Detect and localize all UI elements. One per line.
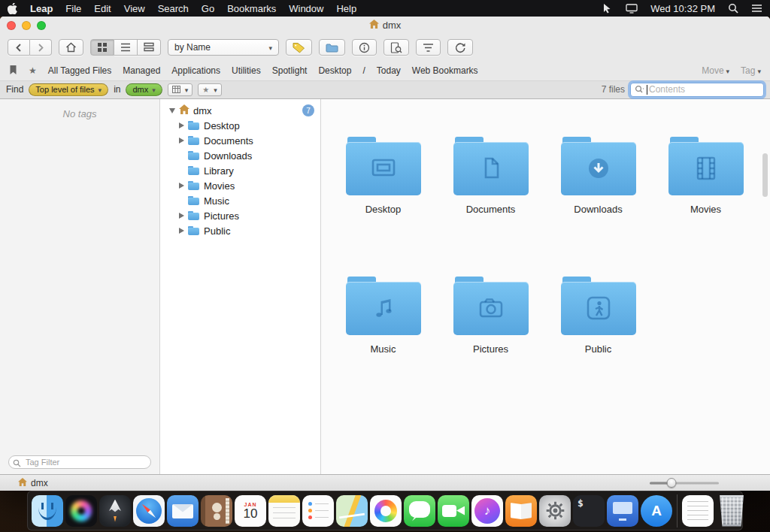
bookmark-root[interactable]: / bbox=[362, 65, 365, 76]
folder-item-documents[interactable]: Documents bbox=[437, 126, 544, 266]
folder-item-downloads[interactable]: Downloads bbox=[544, 126, 652, 266]
info-button[interactable] bbox=[352, 39, 377, 56]
menu-bar-clock[interactable]: Wed 10:32 PM bbox=[650, 3, 715, 14]
filter-button[interactable] bbox=[416, 39, 441, 56]
dock-itunes-icon[interactable]: ♪ bbox=[471, 495, 503, 527]
detail-view-button[interactable] bbox=[138, 39, 161, 56]
dock-messages-icon[interactable] bbox=[404, 495, 435, 527]
slider-knob[interactable] bbox=[667, 478, 677, 488]
move-menu[interactable]: Move bbox=[702, 65, 729, 76]
columns-options-button[interactable] bbox=[168, 83, 193, 96]
tree-item-downloads[interactable]: Downloads bbox=[160, 148, 320, 163]
menu-window[interactable]: Window bbox=[289, 3, 323, 14]
rating-filter-button[interactable] bbox=[198, 83, 222, 96]
dock-maps-icon[interactable] bbox=[336, 495, 368, 527]
bookmark-today[interactable]: Today bbox=[377, 65, 401, 76]
menu-go[interactable]: Go bbox=[202, 3, 214, 14]
menu-edit[interactable]: Edit bbox=[94, 3, 111, 14]
tag-menu[interactable]: Tag bbox=[741, 65, 761, 76]
content-search-input[interactable] bbox=[630, 83, 764, 97]
display-status-icon[interactable] bbox=[626, 3, 638, 14]
scrollbar-thumb[interactable] bbox=[762, 153, 768, 197]
disclosure-closed-icon[interactable] bbox=[179, 213, 184, 219]
dock-launchpad-icon[interactable] bbox=[99, 495, 131, 527]
bookmark-all-tagged-files[interactable]: All Tagged Files bbox=[48, 65, 112, 76]
bookmark-desktop[interactable]: Desktop bbox=[318, 65, 351, 76]
disclosure-closed-icon[interactable] bbox=[179, 122, 184, 128]
dock-terminal-icon[interactable]: $ bbox=[573, 495, 605, 527]
back-button[interactable] bbox=[8, 39, 30, 56]
tag-button[interactable] bbox=[286, 39, 312, 56]
folder-item-desktop[interactable]: Desktop bbox=[329, 126, 437, 266]
dock-contacts-icon[interactable] bbox=[201, 495, 232, 527]
app-menu-leap[interactable]: Leap bbox=[30, 3, 53, 14]
location-pill[interactable]: dmx bbox=[126, 83, 162, 96]
bookmark-applications[interactable]: Applications bbox=[171, 65, 220, 76]
disclosure-open-icon[interactable] bbox=[169, 108, 175, 113]
tree-item-public[interactable]: Public bbox=[160, 223, 320, 238]
dock-screen-sharing-icon[interactable] bbox=[607, 495, 638, 527]
sort-by-dropdown[interactable]: by Name bbox=[168, 39, 279, 56]
close-button[interactable] bbox=[7, 21, 16, 30]
bookmark-ribbon-icon[interactable] bbox=[9, 65, 17, 77]
dock-calendar-icon[interactable]: JAN 10 bbox=[235, 495, 266, 527]
tree-item-pictures[interactable]: Pictures bbox=[160, 208, 320, 223]
bookmark-utilities[interactable]: Utilities bbox=[232, 65, 261, 76]
tree-root-row[interactable]: dmx 7 bbox=[160, 103, 320, 118]
bookmark-spotlight[interactable]: Spotlight bbox=[272, 65, 308, 76]
apple-menu-icon[interactable] bbox=[8, 3, 17, 14]
menu-file[interactable]: File bbox=[65, 3, 81, 14]
list-view-button[interactable] bbox=[114, 39, 138, 56]
dock-mail-icon[interactable] bbox=[167, 495, 199, 527]
minimize-button[interactable] bbox=[22, 21, 31, 30]
bookmark-web-bookmarks[interactable]: Web Bookmarks bbox=[412, 65, 478, 76]
disclosure-closed-icon[interactable] bbox=[179, 228, 184, 234]
notification-center-icon[interactable] bbox=[751, 4, 762, 13]
dock-finder-icon[interactable] bbox=[32, 495, 63, 527]
dock-system-preferences-icon[interactable] bbox=[539, 495, 571, 527]
dock-notes-icon[interactable] bbox=[268, 495, 300, 527]
disclosure-closed-icon[interactable] bbox=[179, 183, 184, 189]
tree-item-documents[interactable]: Documents bbox=[160, 133, 320, 148]
dock-facetime-icon[interactable] bbox=[438, 495, 469, 527]
folder-item-pictures[interactable]: Pictures bbox=[437, 266, 544, 406]
bookmark-managed[interactable]: Managed bbox=[123, 65, 160, 76]
forward-button[interactable] bbox=[30, 39, 52, 56]
folder-item-movies[interactable]: Movies bbox=[652, 126, 759, 266]
dock-siri-icon[interactable] bbox=[65, 495, 97, 527]
refresh-button[interactable] bbox=[447, 39, 473, 56]
dock-app-store-icon[interactable]: A bbox=[641, 495, 672, 527]
dock-photos-icon[interactable] bbox=[370, 495, 402, 527]
tree-item-movies[interactable]: Movies bbox=[160, 178, 320, 193]
favorites-star-icon[interactable] bbox=[29, 65, 37, 76]
pointer-status-icon[interactable] bbox=[602, 3, 613, 14]
tree-item-library[interactable]: Library bbox=[160, 163, 320, 178]
disclosure-closed-icon[interactable] bbox=[179, 138, 184, 144]
icon-size-slider[interactable] bbox=[650, 482, 719, 484]
menu-help[interactable]: Help bbox=[336, 3, 356, 14]
title-bar[interactable]: dmx bbox=[0, 17, 770, 34]
menu-bookmarks[interactable]: Bookmarks bbox=[227, 3, 276, 14]
folder-item-music[interactable]: Music bbox=[329, 266, 437, 406]
window-content: No tags dmx 7 Desktop bbox=[0, 99, 770, 474]
zoom-button[interactable] bbox=[37, 21, 46, 30]
dock-trash-icon[interactable] bbox=[716, 495, 747, 527]
tag-filter-input[interactable] bbox=[8, 455, 151, 469]
folder-item-public[interactable]: Public bbox=[544, 266, 652, 406]
home-button[interactable] bbox=[59, 39, 83, 56]
dock-safari-icon[interactable] bbox=[133, 495, 165, 527]
menu-search[interactable]: Search bbox=[158, 3, 189, 14]
new-folder-button[interactable] bbox=[319, 39, 345, 56]
preview-search-button[interactable] bbox=[383, 39, 409, 56]
scope-pill[interactable]: Top level of files bbox=[29, 83, 108, 96]
dock-textedit-icon[interactable] bbox=[682, 495, 714, 527]
icon-view-button[interactable] bbox=[90, 39, 114, 56]
desktop: Leap File Edit View Search Go Bookmarks … bbox=[0, 0, 770, 532]
dock-reminders-icon[interactable] bbox=[302, 495, 334, 527]
tree-item-music[interactable]: Music bbox=[160, 193, 320, 208]
dock-books-icon[interactable] bbox=[505, 495, 537, 527]
menu-view[interactable]: View bbox=[124, 3, 145, 14]
folder-icon bbox=[188, 166, 199, 175]
spotlight-search-icon[interactable] bbox=[728, 3, 738, 14]
tree-item-desktop[interactable]: Desktop bbox=[160, 118, 320, 133]
